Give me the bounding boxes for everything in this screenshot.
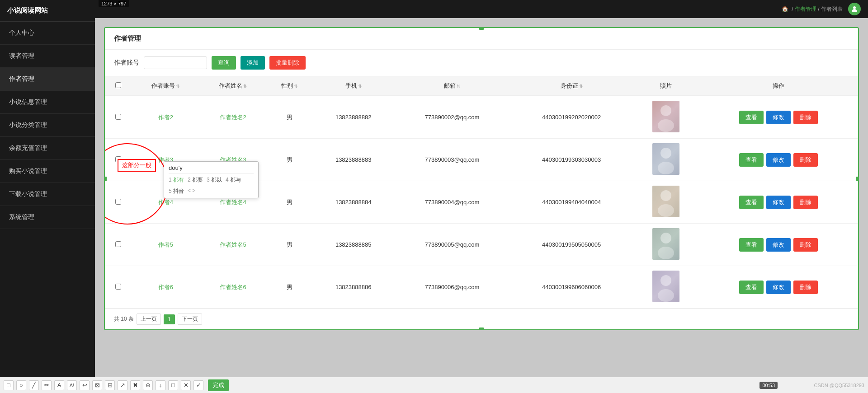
delete-button-2[interactable]: 删除 (793, 196, 818, 209)
delete-button-1[interactable]: 删除 (793, 153, 818, 167)
view-button-4[interactable]: 查看 (739, 281, 764, 294)
delete-button-4[interactable]: 删除 (793, 281, 818, 294)
row-checkbox-4[interactable] (115, 284, 121, 290)
tool-text[interactable]: A (54, 380, 64, 390)
tool-copy[interactable]: □ (168, 380, 178, 390)
row-name-1: 作者姓名3 (199, 139, 267, 181)
breadcrumb-page1[interactable]: 作者管理 (795, 6, 816, 12)
svg-point-9 (658, 204, 674, 217)
toolbar: 作者账号 查询 添加 批量删除 (105, 50, 858, 76)
tool-ellipse[interactable]: ○ (16, 380, 26, 390)
user-avatar[interactable] (848, 3, 861, 15)
row-email-2: 773890004@qq.com (394, 181, 510, 224)
row-gender-1: 男 (267, 139, 313, 181)
breadcrumb-sep2: / (818, 6, 821, 12)
sidebar-item-reader-management[interactable]: 读者管理 (0, 45, 95, 68)
prev-page-button[interactable]: 上一页 (137, 313, 161, 325)
add-button[interactable]: 添加 (241, 56, 265, 70)
row-idcard-2: 440300199404040004 (510, 181, 633, 224)
svg-point-3 (658, 119, 674, 132)
row-actions-2: 查看 修改 删除 (699, 181, 858, 224)
tool-download[interactable]: ↓ (156, 380, 165, 390)
delete-button-0[interactable]: 删除 (793, 111, 818, 124)
dimension-badge: 1273 × 797 (99, 0, 129, 7)
search-input[interactable] (144, 56, 207, 69)
tool-select[interactable]: ⊠ (92, 380, 102, 390)
svg-point-8 (660, 190, 671, 201)
svg-point-15 (658, 289, 674, 302)
page-1-button[interactable]: 1 (164, 314, 175, 324)
edit-button-3[interactable]: 修改 (766, 238, 791, 252)
top-bar: 1273 × 797 🏠 / 作者管理 / 作者列表 (95, 0, 868, 18)
tool-pen[interactable]: ✏ (42, 380, 52, 390)
tool-rect[interactable]: □ (4, 380, 14, 390)
svg-point-2 (660, 105, 671, 116)
edit-button-1[interactable]: 修改 (766, 153, 791, 167)
row-name-2: 作者姓名4 (199, 181, 267, 224)
col-idcard: 身份证⇅ (510, 76, 633, 96)
resize-handle-right[interactable] (856, 177, 859, 181)
row-phone-4: 13823888886 (312, 266, 394, 309)
row-idcard-4: 440300199606060006 (510, 266, 633, 309)
row-account-1: 作者3 (132, 139, 199, 181)
tool-text-mark[interactable]: A! (67, 380, 77, 390)
photo-4 (652, 271, 679, 302)
photo-2 (652, 186, 679, 217)
row-checkbox-3[interactable] (115, 241, 121, 247)
select-all-checkbox[interactable] (115, 82, 121, 88)
row-email-3: 773890005@qq.com (394, 224, 510, 266)
table-row: 作者6 作者姓名6 男 13823888886 773890006@qq.com… (105, 266, 858, 309)
main-area: 1273 × 797 🏠 / 作者管理 / 作者列表 作者管理 (95, 0, 868, 393)
row-checkbox-1[interactable] (115, 156, 121, 162)
pagination: 共 10 条 上一页 1 下一页 (105, 309, 858, 329)
row-gender-4: 男 (267, 266, 313, 309)
tool-plus[interactable]: ⊕ (143, 380, 153, 390)
view-button-0[interactable]: 查看 (739, 111, 764, 124)
edit-button-2[interactable]: 修改 (766, 196, 791, 209)
sidebar-item-purchase-novel-management[interactable]: 购买小说管理 (0, 160, 95, 183)
row-account-3: 作者5 (132, 224, 199, 266)
row-name-3: 作者姓名5 (199, 224, 267, 266)
table-row: 作者5 作者姓名5 男 13823888885 773890005@qq.com… (105, 224, 858, 266)
photo-0 (652, 101, 679, 132)
row-account-0: 作者2 (132, 96, 199, 139)
sidebar-item-novel-info-management[interactable]: 小说信息管理 (0, 91, 95, 114)
sidebar-item-balance-recharge-management[interactable]: 余额充值管理 (0, 137, 95, 160)
query-button[interactable]: 查询 (212, 56, 236, 70)
resize-handle-top[interactable] (479, 27, 484, 30)
tool-arrow[interactable]: ↗ (118, 380, 127, 390)
view-button-1[interactable]: 查看 (739, 153, 764, 167)
row-checkbox-0[interactable] (115, 114, 121, 120)
batch-delete-button[interactable]: 批量删除 (269, 56, 306, 70)
sidebar-item-novel-category-management[interactable]: 小说分类管理 (0, 114, 95, 137)
tool-undo[interactable]: ↩ (80, 380, 90, 390)
row-actions-4: 查看 修改 删除 (699, 266, 858, 309)
tool-cross[interactable]: ✖ (130, 380, 140, 390)
tool-line[interactable]: ╱ (29, 380, 39, 390)
sidebar-item-system-management[interactable]: 系统管理 (0, 206, 95, 229)
edit-button-0[interactable]: 修改 (766, 111, 791, 124)
row-photo-1 (633, 139, 698, 181)
sidebar-item-download-novel-management[interactable]: 下载小说管理 (0, 183, 95, 206)
row-checkbox-2[interactable] (115, 199, 121, 205)
view-button-3[interactable]: 查看 (739, 238, 764, 252)
resize-handle-left[interactable] (104, 177, 107, 181)
tool-check[interactable]: ✓ (193, 380, 203, 390)
photo-1 (652, 143, 679, 175)
col-name: 作者姓名⇅ (199, 76, 267, 96)
resize-handle-bottom[interactable] (479, 328, 484, 330)
finish-button[interactable]: 完成 (208, 379, 229, 391)
view-button-2[interactable]: 查看 (739, 196, 764, 209)
sidebar-item-personal-center[interactable]: 个人中心 (0, 22, 95, 45)
next-page-button[interactable]: 下一页 (178, 313, 202, 325)
bottom-toolbar: □ ○ ╱ ✏ A A! ↩ ⊠ ⊞ ↗ ✖ ⊕ ↓ □ ✕ ✓ 完成 00:5… (0, 377, 868, 393)
sidebar-item-author-management[interactable]: 作者管理 (0, 68, 95, 91)
tool-grid[interactable]: ⊞ (105, 380, 115, 390)
sidebar-header: 小说阅读网站 (0, 0, 95, 22)
col-photo: 照片 (633, 76, 698, 96)
delete-button-3[interactable]: 删除 (793, 238, 818, 252)
breadcrumb-page2: 作者列表 (821, 6, 843, 12)
app-title: 小说阅读网站 (7, 6, 48, 14)
edit-button-4[interactable]: 修改 (766, 281, 791, 294)
tool-delete[interactable]: ✕ (181, 380, 191, 390)
